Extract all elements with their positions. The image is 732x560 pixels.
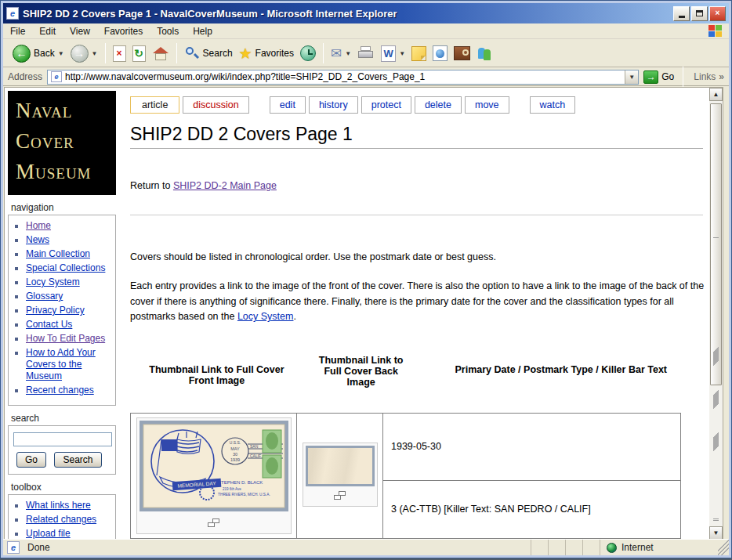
menu-edit[interactable]: Edit: [32, 24, 63, 38]
tab-watch-label[interactable]: watch: [540, 99, 566, 110]
menu-file[interactable]: File: [3, 24, 32, 38]
enlarge-icon[interactable]: [208, 518, 219, 527]
tab-delete[interactable]: delete: [415, 96, 462, 114]
how-to-edit-link[interactable]: How To Edit Pages: [26, 333, 105, 344]
address-input[interactable]: [65, 71, 625, 82]
home-button[interactable]: [149, 44, 172, 63]
messenger-button[interactable]: [473, 44, 497, 63]
mail-button[interactable]: ✉ ▼: [328, 44, 354, 63]
address-dropdown-icon[interactable]: ▼: [625, 70, 638, 84]
tab-protect-label[interactable]: protect: [371, 99, 401, 110]
history-button[interactable]: [297, 44, 319, 63]
links-chevron-icon[interactable]: »: [719, 71, 724, 82]
vertical-scrollbar[interactable]: ▲ ▼: [709, 88, 723, 540]
sidebar-item-contact-us[interactable]: Contact Us: [26, 319, 112, 331]
home-icon: [152, 45, 169, 62]
main-collection-link[interactable]: Main Collection: [26, 248, 90, 259]
toolbox-item-upload-file[interactable]: Upload file: [26, 528, 112, 540]
search-icon: [184, 45, 200, 61]
research-button[interactable]: [451, 45, 473, 62]
stop-button[interactable]: ×: [110, 44, 129, 63]
search-search-button[interactable]: Search: [54, 452, 101, 468]
upload-file-link[interactable]: Upload file: [26, 528, 71, 539]
menu-help[interactable]: Help: [186, 24, 219, 38]
forward-button[interactable]: → ▼: [67, 43, 101, 64]
sidebar-item-special-collections[interactable]: Special Collections: [26, 262, 112, 274]
mail-dropdown-icon[interactable]: ▼: [345, 50, 351, 57]
minimize-button[interactable]: [673, 6, 690, 21]
edit-dropdown-icon[interactable]: ▼: [399, 50, 405, 57]
privacy-policy-link[interactable]: Privacy Policy: [26, 305, 85, 316]
toolbar-separator: [176, 43, 177, 63]
locy-system-link[interactable]: Locy System: [237, 311, 294, 322]
close-button[interactable]: ×: [709, 6, 726, 21]
site-logo[interactable]: Naval Cover Museum: [8, 91, 116, 195]
sidebar-item-privacy-policy[interactable]: Privacy Policy: [26, 305, 112, 316]
search-input[interactable]: [13, 432, 112, 446]
tab-discussion-label[interactable]: discussion: [193, 99, 238, 110]
sidebar-item-glossary[interactable]: Glossary: [26, 291, 112, 302]
tab-edit-label[interactable]: edit: [280, 99, 295, 110]
links-label[interactable]: Links: [694, 71, 716, 82]
edit-with-word-button[interactable]: W ▼: [378, 44, 408, 63]
go-button[interactable]: → Go: [643, 70, 674, 84]
front-cover-image[interactable]: MEMORIAL DAY SAN CALIF U.S.S. MAY: [140, 421, 288, 511]
sidebar-item-how-to-edit[interactable]: How To Edit Pages: [26, 333, 112, 345]
locy-system-link[interactable]: Locy System: [26, 276, 80, 287]
search-button[interactable]: Search: [181, 44, 236, 63]
scroll-down-button[interactable]: ▼: [709, 526, 723, 540]
toolbox-item-related-changes[interactable]: Related changes: [26, 514, 112, 526]
what-links-here-link[interactable]: What links here: [26, 500, 91, 511]
sidebar-item-recent-changes[interactable]: Recent changes: [26, 385, 112, 396]
tab-discussion[interactable]: discussion: [183, 96, 248, 114]
back-dropdown-icon[interactable]: ▼: [58, 50, 64, 57]
sidebar-item-main-collection[interactable]: Main Collection: [26, 248, 112, 260]
notes-button[interactable]: [408, 45, 429, 63]
scroll-up-button[interactable]: ▲: [709, 88, 723, 101]
tab-move[interactable]: move: [465, 96, 509, 114]
recent-changes-link[interactable]: Recent changes: [26, 385, 94, 396]
sidebar-item-add-covers[interactable]: How to Add Your Covers to the Museum: [26, 347, 112, 382]
special-collections-link[interactable]: Special Collections: [26, 262, 105, 273]
back-button[interactable]: ← Back ▼: [9, 43, 67, 64]
related-changes-link[interactable]: Related changes: [26, 514, 96, 525]
tab-move-label[interactable]: move: [475, 99, 499, 110]
refresh-button[interactable]: ↻: [129, 44, 149, 63]
menu-favorites[interactable]: Favorites: [97, 24, 150, 38]
search-go-button[interactable]: Go: [16, 452, 46, 468]
tab-history-label[interactable]: history: [319, 99, 348, 110]
tab-article[interactable]: article: [130, 96, 179, 114]
title-bar[interactable]: e SHIP2 DD 2 Covers Page 1 - NavalCoverM…: [3, 3, 729, 23]
back-cover-image[interactable]: [306, 446, 375, 486]
forward-dropdown-icon[interactable]: ▼: [92, 50, 98, 57]
tab-delete-label[interactable]: delete: [425, 99, 451, 110]
sidebar-item-home[interactable]: Home: [26, 220, 112, 232]
tab-watch[interactable]: watch: [530, 96, 576, 114]
address-combo[interactable]: e ▼: [47, 70, 639, 85]
add-covers-link[interactable]: How to Add Your Covers to the Museum: [26, 347, 96, 381]
sidebar-item-news[interactable]: News: [26, 234, 112, 246]
menu-tools[interactable]: Tools: [150, 24, 186, 38]
back-cover-thumbnail[interactable]: [303, 443, 378, 507]
tab-protect[interactable]: protect: [361, 96, 411, 114]
web-tool-button[interactable]: [429, 44, 451, 63]
tab-edit[interactable]: edit: [270, 96, 306, 114]
menu-view[interactable]: View: [63, 24, 97, 38]
favorites-button[interactable]: ★ Favorites: [236, 43, 297, 64]
tab-history[interactable]: history: [309, 96, 358, 114]
glossary-link[interactable]: Glossary: [26, 291, 63, 302]
scrollbar-thumb[interactable]: [710, 103, 722, 385]
news-link[interactable]: News: [26, 234, 49, 245]
sidebar-item-locy-system[interactable]: Locy System: [26, 276, 112, 288]
contact-us-link[interactable]: Contact Us: [26, 319, 72, 330]
toolbox-item-what-links-here[interactable]: What links here: [26, 500, 112, 511]
home-link[interactable]: Home: [26, 220, 51, 231]
print-button[interactable]: [354, 44, 378, 63]
enlarge-icon[interactable]: [334, 491, 346, 500]
maximize-button[interactable]: [691, 6, 708, 21]
front-cover-thumbnail[interactable]: MEMORIAL DAY SAN CALIF U.S.S. MAY: [136, 417, 292, 534]
front-cover-cell: MEMORIAL DAY SAN CALIF U.S.S. MAY: [131, 413, 297, 538]
resize-grip[interactable]: [718, 540, 729, 555]
tab-article-label[interactable]: article: [142, 99, 168, 110]
return-main-page-link[interactable]: SHIP2 DD-2 Main Page: [173, 180, 277, 191]
